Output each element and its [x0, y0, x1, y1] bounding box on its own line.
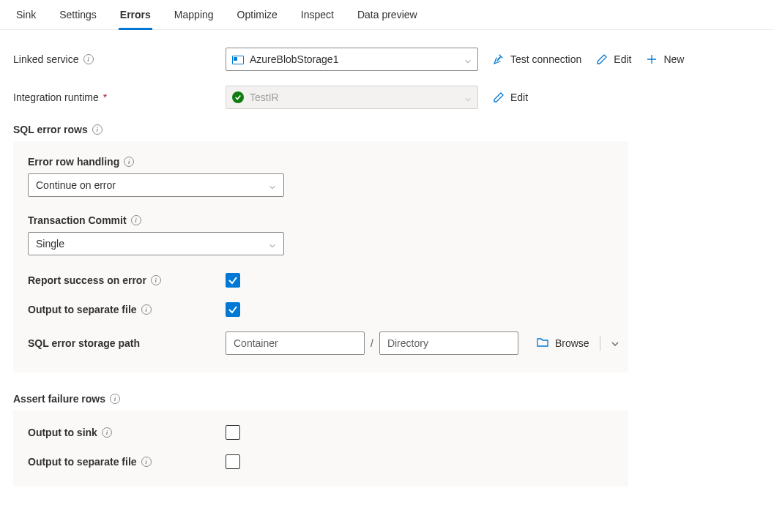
tab-inspect[interactable]: Inspect — [299, 4, 335, 30]
browse-button[interactable]: Browse — [536, 336, 589, 351]
output-separate-file-checkbox[interactable] — [226, 302, 240, 317]
assert-output-separate-label: Output to separate file i — [28, 456, 226, 468]
integration-runtime-label: Integration runtime * — [13, 91, 226, 103]
assert-failure-rows-title: Assert failure rows i — [13, 393, 761, 405]
directory-input[interactable] — [379, 331, 518, 355]
info-icon[interactable]: i — [110, 394, 120, 404]
integration-runtime-select[interactable]: TestIR — [226, 86, 478, 109]
transaction-commit-select[interactable]: Single — [28, 232, 284, 255]
info-icon[interactable]: i — [92, 124, 103, 135]
edit-runtime-button[interactable]: Edit — [493, 91, 528, 103]
output-to-sink-checkbox[interactable] — [226, 425, 240, 440]
integration-runtime-value: TestIR — [250, 91, 458, 103]
pencil-icon — [596, 53, 608, 65]
sql-error-rows-panel: Error row handling i Continue on error T… — [13, 141, 628, 372]
edit-linked-service-button[interactable]: Edit — [596, 53, 631, 65]
info-icon[interactable]: i — [141, 304, 152, 315]
info-icon[interactable]: i — [83, 54, 94, 64]
tab-data-preview[interactable]: Data preview — [356, 4, 419, 30]
linked-service-label: Linked service i — [13, 53, 226, 65]
container-input[interactable] — [226, 331, 365, 355]
info-icon[interactable]: i — [151, 275, 161, 285]
assert-failure-rows-panel: Output to sink i Output to separate file… — [13, 411, 628, 487]
linked-service-select[interactable]: AzureBlobStorage1 — [226, 48, 478, 71]
chevron-down-icon — [269, 181, 276, 189]
tab-mapping[interactable]: Mapping — [173, 4, 215, 30]
transaction-commit-label: Transaction Commit i — [28, 214, 226, 226]
info-icon[interactable]: i — [131, 215, 141, 225]
report-success-label: Report success on error i — [28, 274, 226, 286]
error-row-handling-select[interactable]: Continue on error — [28, 173, 284, 197]
plus-icon — [646, 53, 658, 65]
error-row-handling-label: Error row handling i — [28, 156, 226, 168]
report-success-checkbox[interactable] — [226, 273, 240, 288]
new-linked-service-button[interactable]: New — [646, 53, 684, 65]
chevron-down-icon — [464, 94, 472, 101]
info-icon[interactable]: i — [102, 427, 112, 438]
folder-icon — [536, 336, 549, 351]
chevron-down-icon — [464, 56, 472, 63]
linked-service-value: AzureBlobStorage1 — [250, 53, 458, 65]
info-icon[interactable]: i — [124, 157, 134, 167]
test-connection-icon — [493, 53, 505, 65]
sql-error-rows-title: SQL error rows i — [13, 124, 761, 135]
tab-sink[interactable]: Sink — [15, 4, 37, 30]
assert-output-separate-checkbox[interactable] — [226, 454, 240, 469]
pencil-icon — [493, 91, 505, 103]
sql-error-storage-path-label: SQL error storage path — [28, 337, 226, 349]
path-separator: / — [371, 337, 373, 349]
tab-errors[interactable]: Errors — [119, 4, 152, 30]
output-separate-file-label: Output to separate file i — [28, 304, 226, 315]
test-connection-button[interactable]: Test connection — [493, 53, 581, 65]
output-to-sink-label: Output to sink i — [28, 427, 226, 438]
check-circle-icon — [232, 91, 244, 103]
divider — [600, 336, 600, 351]
tab-settings[interactable]: Settings — [58, 4, 98, 30]
chevron-down-icon — [269, 240, 276, 247]
tab-optimize[interactable]: Optimize — [236, 4, 279, 30]
chevron-down-icon[interactable] — [611, 339, 619, 348]
info-icon[interactable]: i — [141, 457, 152, 467]
blob-storage-icon — [232, 54, 244, 64]
